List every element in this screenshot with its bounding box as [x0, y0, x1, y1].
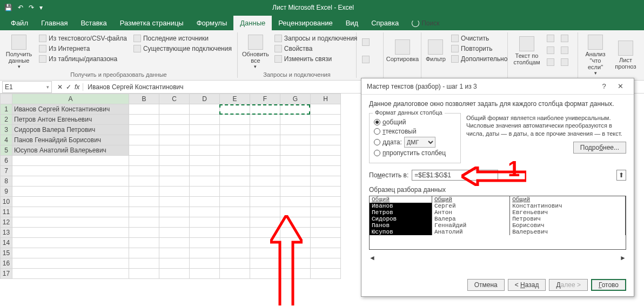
dialog-help-button[interactable]: ?: [596, 82, 612, 90]
cell[interactable]: [280, 187, 311, 197]
cell[interactable]: [220, 166, 250, 176]
tab-help[interactable]: Справка: [365, 16, 405, 30]
get-data-button[interactable]: Получить данные ▾: [3, 32, 35, 71]
cell[interactable]: [12, 176, 129, 187]
cell[interactable]: [129, 156, 159, 166]
sort-asc-button[interactable]: [360, 37, 372, 47]
cell[interactable]: [220, 176, 250, 187]
cell[interactable]: [190, 125, 220, 135]
save-icon[interactable]: 💾: [4, 4, 12, 11]
manage-model-button[interactable]: [559, 57, 571, 67]
filter-button[interactable]: Фильтр: [425, 32, 447, 69]
table-row[interactable]: 13: [1, 228, 341, 238]
cell[interactable]: [190, 238, 220, 248]
col-header[interactable]: E: [220, 94, 250, 104]
cell[interactable]: [280, 238, 311, 248]
row-header[interactable]: 9: [1, 187, 12, 197]
cell[interactable]: [250, 197, 280, 207]
cell[interactable]: [12, 248, 129, 258]
cell[interactable]: [250, 115, 280, 125]
date-format-select[interactable]: ДМГ: [404, 137, 435, 148]
cell[interactable]: [220, 135, 250, 145]
cell[interactable]: [250, 228, 280, 238]
what-if-button[interactable]: Анализ "что если" ▾: [581, 32, 609, 78]
col-header[interactable]: A: [12, 94, 129, 104]
refresh-all-button[interactable]: Обновить все ▾: [241, 32, 270, 71]
tab-view[interactable]: Вид: [339, 16, 365, 30]
cell[interactable]: [280, 115, 311, 125]
properties-button[interactable]: Свойства: [272, 44, 360, 54]
cell[interactable]: Панов Геннайдий Борисович: [12, 135, 129, 145]
cell[interactable]: [159, 115, 190, 125]
cell[interactable]: Петров Антон Евгеньевич: [12, 115, 129, 125]
row-header[interactable]: 11: [1, 207, 12, 217]
cell[interactable]: [280, 217, 311, 228]
cell[interactable]: [129, 269, 159, 279]
cell[interactable]: [311, 248, 341, 258]
row-header[interactable]: 8: [1, 176, 12, 187]
cell[interactable]: [159, 269, 190, 279]
cell[interactable]: [129, 197, 159, 207]
table-row[interactable]: 1Иванов Сергей Константинович: [1, 104, 341, 115]
cell[interactable]: [159, 104, 190, 115]
cell[interactable]: [250, 217, 280, 228]
row-header[interactable]: 3: [1, 125, 12, 135]
cell[interactable]: [190, 269, 220, 279]
dialog-titlebar[interactable]: Мастер текстов (разбор) - шаг 1 из 3 ? ✕: [361, 78, 634, 95]
cell[interactable]: [250, 269, 280, 279]
table-row[interactable]: 3Сидоров Валера Петрович: [1, 125, 341, 135]
cell[interactable]: [280, 145, 311, 156]
cell[interactable]: [311, 104, 341, 115]
cell[interactable]: [220, 125, 250, 135]
cell[interactable]: [250, 135, 280, 145]
table-row[interactable]: 16: [1, 258, 341, 269]
qat-dropdown-icon[interactable]: ▾: [39, 4, 43, 11]
queries-conn-button[interactable]: Запросы и подключения: [272, 34, 360, 43]
row-header[interactable]: 12: [1, 217, 12, 228]
table-row[interactable]: 10: [1, 197, 341, 207]
cell[interactable]: [190, 156, 220, 166]
radio-general[interactable]: ообщий: [374, 118, 456, 126]
cell[interactable]: [250, 238, 280, 248]
table-row[interactable]: 4Панов Геннайдий Борисович: [1, 135, 341, 145]
cell[interactable]: [159, 145, 190, 156]
cell[interactable]: [311, 217, 341, 228]
row-header[interactable]: 13: [1, 228, 12, 238]
cell[interactable]: [220, 248, 250, 258]
table-row[interactable]: 11: [1, 207, 341, 217]
cell[interactable]: [129, 135, 159, 145]
cell[interactable]: [220, 145, 250, 156]
cell[interactable]: [12, 228, 129, 238]
cell[interactable]: [220, 217, 250, 228]
row-header[interactable]: 4: [1, 135, 12, 145]
next-button[interactable]: Далее >: [549, 279, 588, 291]
radio-text[interactable]: ттекстовый: [374, 128, 456, 135]
cell[interactable]: [159, 207, 190, 217]
cell[interactable]: [12, 269, 129, 279]
cell[interactable]: Юсупов Анатолий Валерьевич: [12, 145, 129, 156]
cell[interactable]: [280, 135, 311, 145]
forecast-sheet-button[interactable]: Лист прогноз: [612, 32, 640, 78]
cell[interactable]: [129, 115, 159, 125]
table-row[interactable]: 6: [1, 156, 341, 166]
cell[interactable]: [250, 176, 280, 187]
table-row[interactable]: 7: [1, 166, 341, 176]
cell[interactable]: [280, 156, 311, 166]
from-table-button[interactable]: Из таблицы/диапазона: [37, 54, 129, 64]
cell[interactable]: [12, 166, 129, 176]
cell[interactable]: [250, 125, 280, 135]
cell[interactable]: [159, 238, 190, 248]
cell[interactable]: [159, 228, 190, 238]
cell[interactable]: [190, 115, 220, 125]
data-validation-button[interactable]: [545, 57, 556, 67]
cell[interactable]: [220, 197, 250, 207]
row-header[interactable]: 2: [1, 115, 12, 125]
cell[interactable]: [311, 238, 341, 248]
row-header[interactable]: 1: [1, 104, 12, 115]
accept-formula-icon[interactable]: ✓: [66, 83, 71, 91]
cell[interactable]: [250, 166, 280, 176]
radio-date[interactable]: ддата: ДМГ: [374, 137, 456, 148]
sort-button[interactable]: Сортировка: [387, 32, 418, 69]
name-box[interactable]: E1 ▾: [2, 81, 52, 93]
cell[interactable]: [129, 238, 159, 248]
